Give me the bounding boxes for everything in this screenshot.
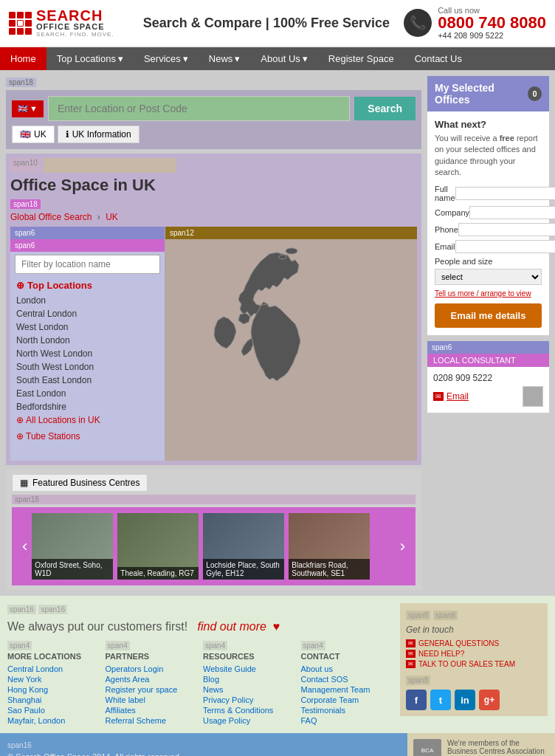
search-input[interactable]: [48, 96, 350, 121]
contact-link-1[interactable]: ✉ GENERAL QUESTIONS: [406, 639, 542, 647]
list-item[interactable]: London: [16, 294, 157, 307]
local-consultant-label: LOCAL CONSULTANT: [427, 354, 549, 367]
footer-link[interactable]: White label: [106, 695, 198, 705]
list-item[interactable]: South West London: [16, 360, 157, 374]
twitter-icon[interactable]: t: [430, 690, 451, 710]
svg-point-1: [279, 255, 286, 259]
footer-link[interactable]: Privacy Policy: [203, 695, 295, 705]
location-filter-input[interactable]: [15, 255, 160, 274]
linkedin-icon[interactable]: in: [455, 690, 475, 710]
footer-link[interactable]: Central London: [7, 664, 100, 674]
footer-link[interactable]: Agents Area: [106, 674, 198, 684]
footer-link[interactable]: FAQ: [301, 715, 393, 726]
phone-primary[interactable]: 0800 740 8080: [438, 15, 546, 31]
footer-link[interactable]: About us: [301, 664, 393, 674]
footer-link[interactable]: Shanghai: [7, 695, 100, 705]
contact-link-3[interactable]: ✉ TALK TO OUR SALES TEAM: [406, 660, 542, 668]
email-link[interactable]: Email: [447, 391, 469, 402]
footer-link[interactable]: News: [203, 684, 295, 695]
list-item[interactable]: South East London: [16, 374, 157, 387]
list-item[interactable]: North West London: [16, 347, 157, 360]
search-button[interactable]: Search: [354, 97, 416, 120]
what-next-desc: You will receive a free report on your s…: [435, 133, 542, 179]
people-size-label: People and size: [435, 257, 542, 266]
nav-item-about-us[interactable]: About Us▾: [250, 47, 317, 70]
list-item[interactable]: North London: [16, 334, 157, 347]
carousel-next[interactable]: ›: [396, 537, 410, 556]
footer-link[interactable]: Usage Policy: [203, 715, 295, 726]
phone-input[interactable]: [458, 223, 555, 236]
sidebar-title: My Selected Offices: [435, 82, 528, 106]
footer-link[interactable]: Terms & Conditions: [203, 705, 295, 715]
offices-badge: 0: [528, 86, 542, 101]
footer-link[interactable]: Corporate Team: [301, 695, 393, 705]
nav-item-services[interactable]: Services▾: [134, 47, 199, 70]
phone-label: Phone: [435, 225, 458, 234]
email-icon: ✉: [433, 392, 444, 401]
footer-col-title-3: RESOURCES: [203, 652, 295, 661]
footer-link[interactable]: Sao Paulo: [7, 705, 100, 715]
arrange-view-link[interactable]: Tell us more / arrange to view: [435, 289, 542, 298]
contact-link-2[interactable]: ✉ NEED HELP?: [406, 650, 542, 658]
span18-label-2: span18: [10, 199, 41, 209]
all-locations-link[interactable]: ⊕All Locations in UK: [16, 415, 159, 425]
span6-label-2: span6: [10, 239, 165, 252]
footer-link[interactable]: New York: [7, 674, 100, 684]
company-input[interactable]: [469, 206, 555, 219]
tab-uk-information[interactable]: ℹUK Information: [58, 126, 139, 143]
featured-header: ▦ Featured Business Centres: [12, 474, 148, 492]
email-details-button[interactable]: Email me details: [435, 303, 542, 328]
list-item[interactable]: East London: [16, 387, 157, 400]
footer-link[interactable]: Mayfair, London: [7, 715, 100, 726]
people-size-select[interactable]: select: [435, 269, 542, 285]
span18-label-3: span18: [12, 495, 416, 504]
tab-uk[interactable]: 🇬🇧UK: [12, 126, 55, 143]
list-item[interactable]: Central London: [16, 307, 157, 320]
full-name-input[interactable]: [455, 187, 555, 200]
footer-link[interactable]: Operators Login: [106, 664, 198, 674]
footer-link[interactable]: Website Guide: [203, 664, 295, 674]
footer-link[interactable]: Referral Scheme: [106, 715, 198, 726]
span10-label: span10: [10, 158, 41, 173]
nav-item-news[interactable]: News▾: [199, 47, 251, 70]
facebook-icon[interactable]: f: [406, 690, 427, 710]
carousel-item-4[interactable]: Blackfriars Road, Southwark, SE1: [289, 513, 370, 580]
flag-button[interactable]: 🇬🇧▼: [12, 100, 44, 117]
social-icons: f t in g+: [406, 690, 542, 710]
map-area: [165, 239, 417, 461]
carousel-prev[interactable]: ‹: [18, 537, 32, 556]
footer-link[interactable]: Register your space: [106, 684, 198, 695]
nav-item-top-locations[interactable]: Top Locations▾: [46, 47, 134, 70]
nav-item-home[interactable]: Home: [0, 47, 46, 70]
footer-col-title-4: CONTACT: [301, 652, 393, 661]
list-item[interactable]: West London: [16, 320, 157, 334]
googleplus-icon[interactable]: g+: [479, 690, 500, 710]
logo[interactable]: SEARCH OFFICE SPACE SEARCH. FIND. MOVE.: [9, 8, 114, 38]
breadcrumb-separator: ›: [97, 212, 100, 222]
find-out-link[interactable]: find out more: [198, 620, 266, 633]
email-label: Email: [435, 242, 455, 251]
list-item[interactable]: Bedfordshire: [16, 400, 157, 412]
carousel-item-1[interactable]: Oxford Street, Soho, W1D: [32, 513, 113, 580]
footer-link[interactable]: Affiliates: [106, 705, 198, 715]
footer-link[interactable]: Management Team: [301, 684, 393, 695]
page-title: Office Space in UK: [10, 176, 417, 195]
footer-span16-1: span16: [7, 605, 36, 614]
email-input[interactable]: [455, 240, 555, 253]
header-tagline: Search & Compare | 100% Free Service: [129, 16, 404, 31]
svg-point-0: [286, 248, 297, 254]
footer-link[interactable]: Blog: [203, 674, 295, 684]
nav-item-contact[interactable]: Contact Us: [404, 47, 472, 70]
footer-link[interactable]: Testimonials: [301, 705, 393, 715]
tube-stations-link[interactable]: ⊕Tube Stations: [16, 431, 159, 441]
footer-link[interactable]: Contact SOS: [301, 674, 393, 684]
nav-item-register[interactable]: Register Space: [318, 47, 404, 70]
breadcrumb-global[interactable]: Global Office Search: [10, 212, 92, 222]
footer-link[interactable]: Hong Kong: [7, 684, 100, 695]
header: SEARCH OFFICE SPACE SEARCH. FIND. MOVE. …: [0, 0, 555, 47]
company-label: Company: [435, 208, 469, 217]
consultant-phone[interactable]: 0208 909 5222: [433, 373, 492, 383]
carousel-item-3[interactable]: Lochside Place, South Gyle, EH12: [203, 513, 284, 580]
footer-col-title-1: MORE LOCATIONS: [7, 652, 100, 661]
carousel-item-2[interactable]: Theale, Reading, RG7: [117, 513, 199, 580]
